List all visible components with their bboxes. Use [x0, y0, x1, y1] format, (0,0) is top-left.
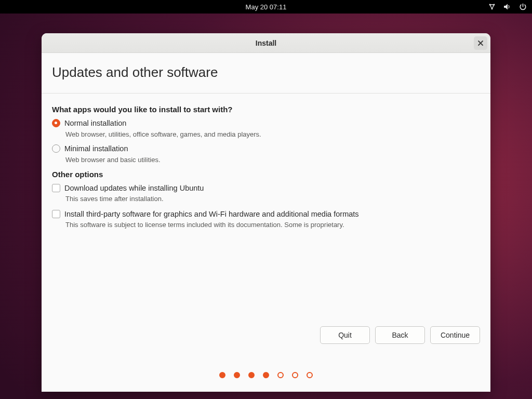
checkbox-label: Install third-party software for graphic…: [64, 210, 359, 218]
clock-label: May 20 07:11: [246, 3, 287, 11]
checkbox-icon: [52, 210, 60, 218]
radio-label: Normal installation: [64, 119, 126, 127]
radio-icon: [52, 144, 60, 153]
other-options-label: Other options: [52, 170, 480, 179]
radio-minimal-desc: Web browser and basic utilities.: [65, 156, 480, 164]
step-dot: [219, 372, 225, 378]
step-dot: [307, 372, 313, 378]
step-dot: [277, 372, 284, 378]
top-bar: May 20 07:11: [0, 0, 532, 14]
checkbox-label: Download updates while installing Ubuntu: [64, 184, 204, 192]
installer-window: Install Updates and other software What …: [42, 33, 490, 392]
radio-minimal-install[interactable]: Minimal installation: [52, 144, 480, 153]
volume-icon[interactable]: [503, 3, 512, 10]
page-header: Updates and other software: [42, 53, 490, 94]
checkbox-download-desc: This saves time after installation.: [65, 195, 480, 203]
radio-normal-install[interactable]: Normal installation: [52, 119, 480, 127]
step-dot: [292, 372, 298, 378]
system-tray: [488, 3, 527, 11]
radio-icon: [52, 119, 60, 127]
button-row: Quit Back Continue: [42, 326, 490, 353]
radio-normal-desc: Web browser, utilities, office software,…: [65, 130, 480, 138]
continue-button[interactable]: Continue: [430, 326, 480, 344]
back-button[interactable]: Back: [375, 326, 425, 344]
step-dot: [263, 372, 269, 378]
quit-button[interactable]: Quit: [320, 326, 370, 344]
network-icon[interactable]: [488, 3, 496, 10]
install-type-question: What apps would you like to install to s…: [52, 105, 480, 114]
title-bar: Install: [42, 33, 490, 53]
window-title: Install: [256, 39, 276, 47]
radio-label: Minimal installation: [64, 144, 128, 153]
power-icon[interactable]: [519, 3, 527, 11]
progress-dots: [42, 353, 490, 392]
page-content: What apps would you like to install to s…: [42, 94, 490, 326]
step-dot: [248, 372, 255, 378]
step-dot: [234, 372, 240, 378]
checkbox-third-party-desc: This software is subject to license term…: [65, 221, 480, 229]
checkbox-third-party[interactable]: Install third-party software for graphic…: [52, 210, 480, 218]
checkbox-icon: [52, 184, 60, 192]
page-title: Updates and other software: [52, 64, 480, 81]
checkbox-download-updates[interactable]: Download updates while installing Ubuntu: [52, 184, 480, 192]
close-button[interactable]: [474, 36, 487, 50]
